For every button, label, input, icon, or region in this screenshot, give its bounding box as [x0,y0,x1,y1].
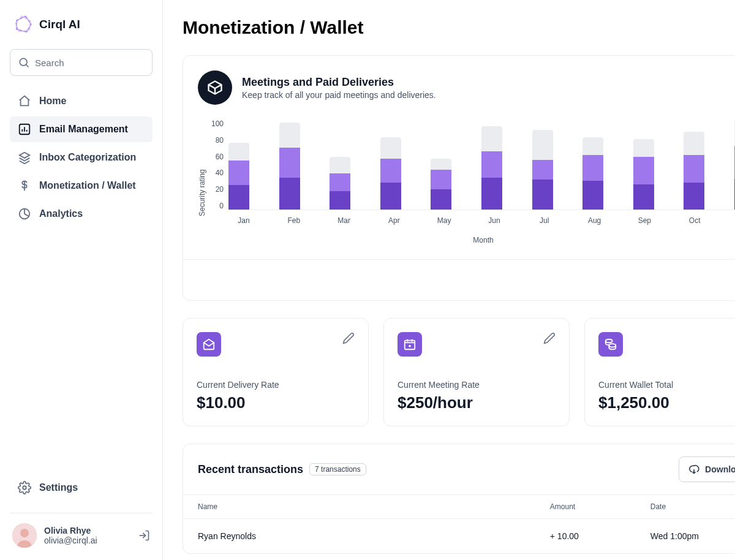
nav-monetization-wallet[interactable]: Monetization / Wallet [10,173,153,199]
nav-inbox-categorization[interactable]: Inbox Categorization [10,145,153,170]
download-label: Download [705,464,735,474]
dollar-icon [17,178,32,193]
x-axis-label: Month [211,236,735,244]
bar-col [228,143,249,210]
user-card: Olivia Rhye olivia@cirql.ai [10,523,153,548]
search-field[interactable] [10,49,153,76]
rate-label: Current Wallet Total [598,380,735,390]
chart-bars [228,119,735,210]
nav-analytics[interactable]: Analytics [10,201,153,227]
transactions-card: Recent transactions 7 transactions Downl… [183,444,735,554]
bar-col [532,130,553,210]
bar-col [684,132,704,210]
rate-label: Current Delivery Rate [197,380,355,390]
nav-settings[interactable]: Settings [10,475,153,501]
brand-logo[interactable]: Cirql AI [10,15,153,34]
coins-icon [598,332,623,357]
delivery-rate-card: Current Delivery Rate $10.00 [183,318,369,426]
y-axis-label: Security rating [198,119,206,244]
edit-meeting-rate-button[interactable] [543,332,556,344]
svg-point-3 [23,486,26,490]
bar-col [279,123,300,210]
nav-label: Analytics [39,208,83,219]
layers-icon [17,150,32,165]
chart-subtitle: Keep track of all your paid meetings and… [242,90,436,100]
svg-point-7 [606,339,612,343]
bar-col [633,139,654,210]
chart-title: Meetings and Paid Deliveries [242,76,436,89]
mail-open-icon [197,332,221,357]
page-title: Monetization / Wallet [183,17,735,38]
chart-card: Meetings and Paid Deliveries Keep track … [183,55,735,301]
divider [10,513,153,513]
rate-value: $10.00 [197,393,355,412]
user-email: olivia@cirql.ai [44,535,130,545]
svg-point-5 [20,529,29,537]
nav-label: Monetization / Wallet [39,180,136,191]
x-ticks: JanFebMarAprMayJunJulAugSepOctNov [233,216,735,225]
bar-chart-icon [17,122,32,137]
rate-label: Current Meeting Rate [398,380,556,390]
rate-value: $250/hour [398,393,556,412]
col-name: Name [183,495,535,519]
meeting-rate-card: Current Meeting Rate $250/hour [383,318,570,426]
bar-col [380,137,401,210]
gear-icon [17,480,32,495]
bar-col [330,157,350,210]
main: Monetization / Wallet Meetings and Paid … [163,0,735,560]
brand-name: Cirql AI [39,18,80,31]
bar-col [431,159,451,210]
nav: Home Email Management Inbox Categorizati… [10,88,153,227]
avatar[interactable] [12,523,37,548]
transactions-count-badge: 7 transactions [309,463,366,475]
bar-col [582,137,603,210]
settings-label: Settings [39,482,78,493]
box-icon [198,70,232,105]
rate-value: $1,250.00 [598,393,735,412]
logout-button[interactable] [138,529,150,542]
transactions-table: Name Amount Date Ryan Reynolds+ 10.00Wed… [183,494,735,553]
nav-email-management[interactable]: Email Management [10,116,153,142]
transactions-title: Recent transactions [198,463,303,476]
col-amount: Amount [535,495,636,519]
cell-name: Ryan Reynolds [183,519,535,554]
calendar-plus-icon [398,332,422,357]
download-button[interactable]: Download [679,456,735,482]
edit-delivery-rate-button[interactable] [342,332,355,344]
user-name: Olivia Rhye [44,526,130,535]
svg-point-8 [609,344,616,347]
wallet-total-card: Current Wallet Total $1,250.00 [584,318,735,426]
nav-label: Inbox Categorization [39,152,136,163]
nav-home[interactable]: Home [10,88,153,114]
download-cloud-icon [688,463,700,475]
svg-point-0 [20,58,27,66]
pie-chart-icon [17,206,32,221]
nav-label: Home [39,96,66,107]
col-date: Date [636,495,735,519]
cell-amount: + 10.00 [535,519,636,554]
y-ticks: 100806040200 [211,119,228,210]
nav-label: Email Management [39,124,128,135]
search-icon [18,56,30,69]
cell-date: Wed 1:00pm [636,519,735,554]
search-input[interactable] [10,49,153,76]
svg-rect-6 [405,341,415,350]
logo-icon [13,15,33,34]
home-icon [17,94,32,108]
bar-col [481,126,502,210]
table-row[interactable]: Ryan Reynolds+ 10.00Wed 1:00pm [183,519,735,554]
sidebar: Cirql AI Home Email Management Inbox Cat… [0,0,163,560]
